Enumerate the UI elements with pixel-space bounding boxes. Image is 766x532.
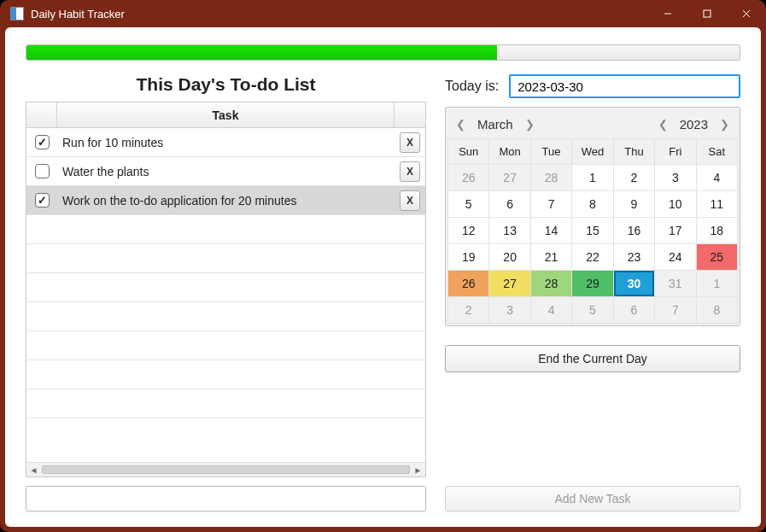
calendar-weekday: Sun bbox=[448, 139, 488, 164]
calendar-day[interactable]: 24 bbox=[655, 244, 695, 270]
calendar-day[interactable]: 27 bbox=[489, 165, 529, 190]
date-input[interactable] bbox=[509, 74, 740, 98]
task-row-empty bbox=[26, 215, 425, 244]
column-header-checkbox[interactable] bbox=[26, 102, 57, 127]
calendar-day[interactable]: 26 bbox=[448, 165, 488, 190]
task-row[interactable]: Water the plantsX bbox=[26, 157, 425, 186]
minimize-button[interactable] bbox=[648, 0, 687, 27]
column-header-delete[interactable] bbox=[395, 102, 425, 127]
maximize-button[interactable] bbox=[687, 0, 727, 27]
end-day-button[interactable]: End the Current Day bbox=[445, 345, 740, 372]
calendar-month-label: March bbox=[477, 117, 513, 132]
task-table: Task Run for 10 minutesXWater the plants… bbox=[26, 102, 426, 477]
app-icon bbox=[10, 7, 24, 20]
column-header-task[interactable]: Task bbox=[57, 102, 395, 127]
calendar-day[interactable]: 8 bbox=[572, 191, 612, 217]
task-text: Water the plants bbox=[57, 165, 395, 178]
calendar-day[interactable]: 13 bbox=[489, 218, 529, 243]
calendar-day[interactable]: 2 bbox=[448, 297, 488, 323]
calendar-day[interactable]: 23 bbox=[614, 244, 654, 270]
calendar-day[interactable]: 3 bbox=[489, 297, 529, 323]
calendar-day[interactable]: 11 bbox=[697, 191, 737, 217]
task-row-empty bbox=[26, 331, 425, 360]
task-row-empty bbox=[26, 273, 425, 302]
calendar-weekday: Sat bbox=[697, 139, 737, 164]
calendar-day[interactable]: 16 bbox=[614, 218, 654, 243]
calendar-day[interactable]: 30 bbox=[614, 271, 654, 296]
calendar-day[interactable]: 12 bbox=[448, 218, 488, 243]
calendar-day[interactable]: 1 bbox=[572, 165, 612, 190]
calendar-weekday: Thu bbox=[614, 139, 654, 164]
calendar-day[interactable]: 19 bbox=[448, 244, 488, 270]
scroll-thumb[interactable] bbox=[42, 465, 410, 474]
calendar-day[interactable]: 31 bbox=[655, 271, 695, 296]
task-row-empty bbox=[26, 244, 425, 273]
progress-fill bbox=[26, 45, 497, 60]
calendar-day[interactable]: 27 bbox=[489, 271, 529, 296]
calendar-day[interactable]: 4 bbox=[531, 297, 571, 323]
svg-rect-1 bbox=[704, 10, 710, 17]
calendar-day[interactable]: 2 bbox=[614, 165, 654, 190]
calendar-day[interactable]: 18 bbox=[697, 218, 737, 243]
task-checkbox[interactable] bbox=[35, 193, 50, 208]
calendar-day[interactable]: 15 bbox=[572, 218, 612, 243]
calendar-weekday: Tue bbox=[531, 139, 571, 164]
scroll-right-icon[interactable]: ► bbox=[411, 463, 425, 477]
calendar-day[interactable]: 25 bbox=[697, 244, 737, 270]
calendar-day[interactable]: 28 bbox=[531, 271, 571, 296]
calendar-day[interactable]: 4 bbox=[697, 165, 737, 190]
calendar-day[interactable]: 6 bbox=[489, 191, 529, 217]
add-task-button[interactable]: Add New Task bbox=[445, 486, 740, 512]
calendar-day[interactable]: 21 bbox=[531, 244, 571, 270]
task-text: Work on the to-do application for 20 min… bbox=[57, 194, 395, 208]
window-title: Daily Habit Tracker bbox=[31, 8, 125, 20]
task-row[interactable]: Work on the to-do application for 20 min… bbox=[26, 186, 425, 215]
calendar-day[interactable]: 6 bbox=[614, 297, 654, 323]
calendar-day[interactable]: 28 bbox=[531, 165, 571, 190]
calendar-day[interactable]: 3 bbox=[655, 165, 695, 190]
delete-task-button[interactable]: X bbox=[400, 190, 420, 211]
calendar-day[interactable]: 7 bbox=[655, 297, 695, 323]
calendar-weekday: Wed bbox=[572, 139, 612, 164]
calendar-day[interactable]: 9 bbox=[614, 191, 654, 217]
next-month-button[interactable]: ❯ bbox=[522, 116, 538, 132]
titlebar: Daily Habit Tracker bbox=[0, 0, 766, 27]
task-checkbox[interactable] bbox=[35, 135, 50, 149]
calendar-day[interactable]: 5 bbox=[572, 297, 612, 323]
calendar-day[interactable]: 22 bbox=[572, 244, 612, 270]
task-row-empty bbox=[26, 389, 425, 418]
task-row[interactable]: Run for 10 minutesX bbox=[26, 128, 425, 157]
calendar: ❮ March ❯ ❮ 2023 ❯ SunMonTueWedThuFriSat… bbox=[445, 107, 740, 326]
close-button[interactable] bbox=[727, 0, 766, 27]
task-row-empty bbox=[26, 302, 425, 331]
calendar-day[interactable]: 1 bbox=[697, 271, 737, 296]
calendar-day[interactable]: 10 bbox=[655, 191, 695, 217]
task-text: Run for 10 minutes bbox=[57, 136, 395, 149]
todo-heading: This Day's To-do List bbox=[26, 74, 426, 95]
horizontal-scrollbar[interactable]: ◄ ► bbox=[26, 462, 425, 476]
calendar-day[interactable]: 20 bbox=[489, 244, 529, 270]
delete-task-button[interactable]: X bbox=[400, 161, 420, 182]
calendar-day[interactable]: 5 bbox=[448, 191, 488, 217]
progress-bar bbox=[26, 44, 740, 61]
task-checkbox[interactable] bbox=[35, 164, 50, 178]
task-row-empty bbox=[26, 360, 425, 389]
calendar-day[interactable]: 29 bbox=[572, 271, 612, 296]
prev-month-button[interactable]: ❮ bbox=[453, 116, 469, 132]
delete-task-button[interactable]: X bbox=[400, 132, 420, 153]
calendar-year-label: 2023 bbox=[680, 117, 708, 132]
calendar-weekday: Mon bbox=[489, 139, 529, 164]
scroll-left-icon[interactable]: ◄ bbox=[26, 463, 41, 477]
calendar-day[interactable]: 8 bbox=[697, 297, 737, 323]
calendar-day[interactable]: 26 bbox=[448, 271, 488, 296]
calendar-weekday: Fri bbox=[655, 139, 695, 164]
calendar-day[interactable]: 14 bbox=[531, 218, 571, 243]
date-label: Today is: bbox=[445, 79, 499, 94]
next-year-button[interactable]: ❯ bbox=[716, 116, 733, 132]
calendar-day[interactable]: 7 bbox=[531, 191, 571, 217]
calendar-day[interactable]: 17 bbox=[655, 218, 695, 243]
new-task-input[interactable] bbox=[26, 486, 426, 512]
prev-year-button[interactable]: ❮ bbox=[655, 116, 671, 132]
